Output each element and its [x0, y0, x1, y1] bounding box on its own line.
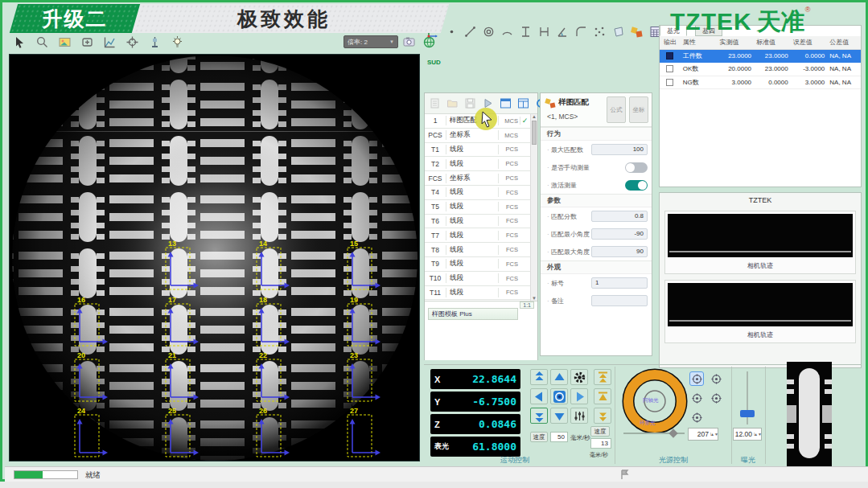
logo-text: TZTEK: [670, 8, 752, 35]
feature-id: T11: [425, 289, 446, 297]
toggle-off[interactable]: [625, 162, 648, 173]
feature-row[interactable]: T7线段FCS: [425, 228, 531, 243]
light-source-button-4[interactable]: [709, 391, 723, 405]
fillet-icon[interactable]: [574, 24, 589, 39]
flag-icon: [620, 470, 630, 480]
feature-row[interactable]: T11线段FCS: [425, 286, 531, 301]
jog-down-fast-icon[interactable]: [530, 408, 548, 424]
z-speed-button[interactable]: 速度: [590, 426, 610, 437]
width-icon[interactable]: [537, 24, 552, 39]
jog-up-fast-icon[interactable]: [530, 369, 548, 385]
speed-button[interactable]: 速度: [530, 432, 548, 442]
light-value-spinner[interactable]: 207 ▲▼: [688, 428, 718, 441]
feature-row[interactable]: T2线段PCS: [425, 157, 531, 171]
feature-row[interactable]: T10线段FCS: [425, 272, 531, 286]
axis-label: Y: [434, 397, 472, 407]
snapshot-icon[interactable]: [401, 35, 417, 50]
section-header: 参数: [541, 194, 652, 207]
z-up-icon[interactable]: [594, 388, 611, 404]
results-row[interactable]: OK数20.000023.0000-3.0000NA, NA: [660, 63, 861, 76]
magnifier-icon[interactable]: [35, 35, 50, 50]
match-header: 样图匹配 <1, MCS> 公式 坐标: [541, 93, 652, 127]
feature-row[interactable]: T9线段FCS: [425, 257, 531, 272]
field-row: 是否手动测量: [541, 158, 652, 176]
light-pole-icon[interactable]: [147, 35, 162, 50]
light-source-button-1[interactable]: [689, 371, 704, 386]
speed-input[interactable]: 50: [550, 432, 568, 442]
new-icon[interactable]: [427, 96, 442, 111]
scroll-thumb[interactable]: [532, 121, 537, 145]
field-input[interactable]: 0.8: [591, 211, 648, 222]
feature-row[interactable]: FCS坐标系PCS: [425, 171, 531, 186]
feature-row[interactable]: T5线段FCS: [425, 200, 531, 215]
field-input[interactable]: 1: [591, 277, 648, 289]
chart-icon[interactable]: [102, 35, 117, 50]
bulb-icon[interactable]: [170, 35, 185, 50]
exposure-spinner[interactable]: 12.00 ▲▼: [733, 428, 762, 441]
z-speed-input[interactable]: 13: [590, 438, 611, 449]
camera-viewport[interactable]: 13 14 15 16 17 18: [9, 54, 420, 461]
magnification-dropdown[interactable]: 倍率: 2 ▼: [343, 35, 398, 48]
banner-badge: 升级二: [10, 4, 140, 33]
jog-up-icon[interactable]: [550, 369, 568, 385]
mouse-cursor: [472, 105, 500, 133]
jog-stop-icon[interactable]: [550, 388, 568, 404]
light-source-button-2[interactable]: [709, 371, 723, 386]
results-row[interactable]: 工件数23.000023.00000.0000NA, NA: [660, 50, 861, 64]
light-slider-track[interactable]: [623, 433, 685, 434]
jog-settings-icon[interactable]: [570, 408, 588, 424]
jog-left-icon[interactable]: [530, 388, 548, 404]
z-down-fast-icon[interactable]: [594, 408, 611, 424]
feature-id: PCS: [425, 131, 446, 139]
angle-icon[interactable]: [555, 24, 570, 39]
field-input[interactable]: [591, 295, 648, 306]
circle-icon[interactable]: [481, 24, 496, 39]
template-tab[interactable]: 样图模板 Plus: [428, 308, 518, 320]
jog-down-icon[interactable]: [550, 408, 568, 424]
feature-row[interactable]: T8线段FCS: [425, 243, 531, 257]
coaxial-light-label: 同轴光: [643, 397, 659, 404]
template-icon[interactable]: [629, 24, 644, 39]
pan-icon[interactable]: [80, 35, 95, 50]
crosshair-icon[interactable]: [125, 35, 140, 50]
light-source-button-5[interactable]: [689, 410, 704, 424]
point-icon[interactable]: [444, 24, 459, 39]
output-checkbox[interactable]: [666, 79, 673, 86]
output-checkbox[interactable]: [666, 65, 673, 72]
z-up-limit-icon[interactable]: [594, 369, 611, 385]
field-input[interactable]: 90: [591, 246, 648, 257]
pointcloud-icon[interactable]: [592, 24, 607, 39]
feature-list-scrollbar[interactable]: ▲ ▼: [530, 114, 537, 301]
light-source-button-3[interactable]: [689, 391, 704, 405]
line-icon[interactable]: [463, 24, 478, 39]
open-icon[interactable]: [445, 96, 460, 111]
feature-row[interactable]: T1线段PCS: [425, 143, 531, 158]
image-icon[interactable]: [57, 35, 72, 50]
results-row[interactable]: NG数3.00000.00003.0000NA, NA: [660, 76, 861, 90]
distance-icon[interactable]: [518, 24, 533, 39]
svg-text:16: 16: [77, 296, 85, 304]
feature-row[interactable]: T6线段FCS: [425, 215, 531, 229]
polygon-icon[interactable]: [611, 24, 626, 39]
toggle-on[interactable]: [625, 180, 648, 191]
exposure-slider-track[interactable]: [747, 371, 748, 424]
arc-icon[interactable]: [500, 24, 515, 39]
field-input[interactable]: 100: [591, 144, 648, 155]
field-input[interactable]: -90: [591, 228, 648, 240]
window1-icon[interactable]: [498, 96, 513, 111]
output-checkbox[interactable]: [666, 52, 673, 59]
standard-value: 23.0000: [754, 52, 791, 59]
feature-row[interactable]: T4线段FCS: [425, 186, 531, 200]
gear-icon[interactable]: [570, 369, 588, 385]
window2-icon[interactable]: [516, 96, 531, 111]
coordinate-button[interactable]: 坐标: [629, 96, 648, 123]
scroll-up-icon[interactable]: ▲: [531, 114, 537, 119]
light-ring-diagram: 同轴光 环形光: [620, 367, 689, 436]
exposure-slider-handle[interactable]: [740, 410, 755, 417]
jog-right-icon[interactable]: [570, 388, 588, 404]
formula-button[interactable]: 公式: [607, 96, 626, 123]
spinner-arrows-icon[interactable]: ▲▼: [754, 433, 761, 436]
spinner-arrows-icon[interactable]: ▲▼: [710, 433, 718, 436]
feature-name: 线段: [446, 273, 499, 283]
cursor-icon[interactable]: [12, 35, 27, 50]
